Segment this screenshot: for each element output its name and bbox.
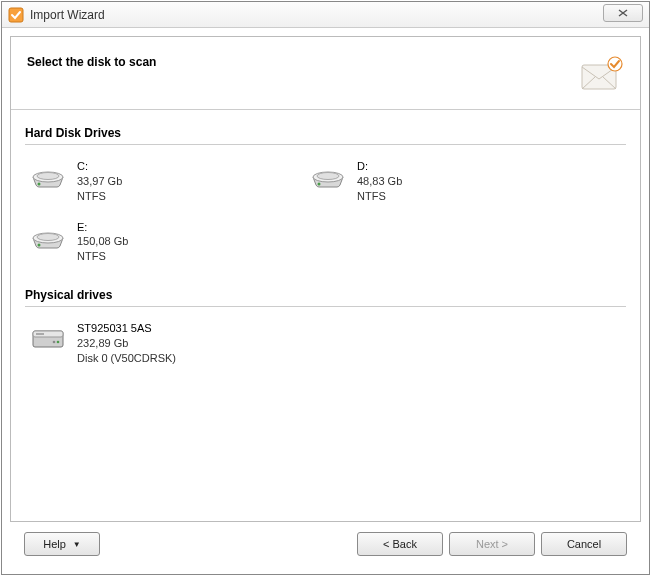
- section-hard-disk-header: Hard Disk Drives: [25, 122, 626, 145]
- content-area: Hard Disk Drives C:: [11, 110, 640, 521]
- drive-info: D: 48,83 Gb NTFS: [357, 159, 402, 204]
- drive-size: 232,89 Gb: [77, 336, 176, 351]
- close-icon: [617, 8, 629, 18]
- wizard-footer: Help ▼ < Back Next > Cancel: [10, 522, 641, 566]
- close-button[interactable]: [603, 4, 643, 22]
- page-title: Select the disk to scan: [27, 55, 156, 69]
- section-physical-header: Physical drives: [25, 284, 626, 307]
- drive-item-e[interactable]: E: 150,08 Gb NTFS: [25, 216, 285, 269]
- drive-name: ST925031 5AS: [77, 321, 176, 336]
- window-title: Import Wizard: [30, 8, 105, 22]
- svg-point-8: [318, 183, 321, 186]
- chevron-down-icon: ▼: [73, 540, 81, 549]
- cancel-label: Cancel: [567, 538, 601, 550]
- back-button[interactable]: < Back: [357, 532, 443, 556]
- drive-name: D:: [357, 159, 402, 174]
- hard-drive-icon: [29, 159, 67, 191]
- svg-point-10: [37, 233, 59, 240]
- svg-point-15: [57, 341, 60, 344]
- physical-drive-icon: [29, 321, 67, 353]
- drive-extra: Disk 0 (V50CDRSK): [77, 351, 176, 366]
- drive-info: C: 33,97 Gb NTFS: [77, 159, 122, 204]
- help-label: Help: [43, 538, 66, 550]
- next-label: Next >: [476, 538, 508, 550]
- svg-rect-14: [36, 333, 44, 335]
- app-icon: [8, 7, 24, 23]
- drive-name: C:: [77, 159, 122, 174]
- drive-fs: NTFS: [77, 249, 128, 264]
- hard-drive-icon: [29, 220, 67, 252]
- drive-info: ST925031 5AS 232,89 Gb Disk 0 (V50CDRSK): [77, 321, 176, 366]
- drive-size: 150,08 Gb: [77, 234, 128, 249]
- svg-point-11: [38, 243, 41, 246]
- svg-point-4: [37, 173, 59, 180]
- drive-fs: NTFS: [357, 189, 402, 204]
- wizard-panel: Select the disk to scan Hard Disk Drives: [10, 36, 641, 522]
- drive-item-physical-0[interactable]: ST925031 5AS 232,89 Gb Disk 0 (V50CDRSK): [25, 317, 285, 370]
- drive-size: 33,97 Gb: [77, 174, 122, 189]
- svg-point-7: [317, 173, 339, 180]
- drive-size: 48,83 Gb: [357, 174, 402, 189]
- physical-grid: ST925031 5AS 232,89 Gb Disk 0 (V50CDRSK): [25, 317, 626, 370]
- drive-name: E:: [77, 220, 128, 235]
- hard-drive-icon: [309, 159, 347, 191]
- drive-item-d[interactable]: D: 48,83 Gb NTFS: [305, 155, 565, 208]
- cancel-button[interactable]: Cancel: [541, 532, 627, 556]
- drive-fs: NTFS: [77, 189, 122, 204]
- wizard-window: Import Wizard Select the disk to scan: [1, 1, 650, 575]
- mail-icon: [576, 55, 624, 95]
- svg-point-5: [38, 183, 41, 186]
- drive-item-c[interactable]: C: 33,97 Gb NTFS: [25, 155, 285, 208]
- drive-info: E: 150,08 Gb NTFS: [77, 220, 128, 265]
- help-button[interactable]: Help ▼: [24, 532, 100, 556]
- back-label: < Back: [383, 538, 417, 550]
- inner-container: Select the disk to scan Hard Disk Drives: [2, 28, 649, 574]
- svg-point-16: [53, 341, 56, 344]
- titlebar: Import Wizard: [2, 2, 649, 28]
- wizard-header: Select the disk to scan: [11, 37, 640, 109]
- hard-disk-grid: C: 33,97 Gb NTFS: [25, 155, 626, 268]
- next-button[interactable]: Next >: [449, 532, 535, 556]
